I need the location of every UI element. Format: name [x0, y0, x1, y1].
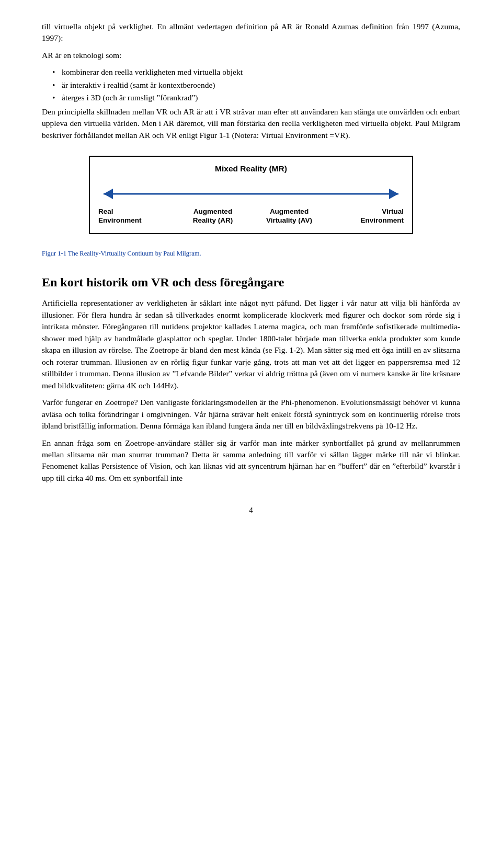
body-paragraph-1: Artificiella representationer av verklig…: [42, 297, 460, 391]
body-text: Artificiella representationer av verklig…: [42, 297, 460, 484]
diagram-label-virtual: VirtualEnvironment: [327, 207, 404, 225]
diagram-title: Mixed Reality (MR): [98, 163, 404, 175]
section-heading: En kort historik om VR och dess föregång…: [42, 273, 460, 292]
opening-paragraph-1: till virtuella objekt på verklighet. En …: [42, 21, 460, 44]
body-paragraph-3: En annan fråga som en Zoetrope-användare…: [42, 437, 460, 484]
bullet-list: kombinerar den reella verkligheten med v…: [52, 66, 460, 103]
diagram-label-av: AugmentedVirtuality (AV): [251, 207, 327, 225]
middle-paragraph-1: Den principiella skillnaden mellan VR oc…: [42, 106, 460, 141]
bullet-item-1: kombinerar den reella verkligheten med v…: [52, 66, 460, 78]
diagram-label-ar: AugmentedReality (AR): [175, 207, 251, 225]
bullet-item-2: är interaktiv i realtid (samt är kontext…: [52, 79, 460, 91]
bullet-item-3: återges i 3D (och är rumsligt ”förankrad…: [52, 92, 460, 103]
arrow-line: [104, 193, 398, 194]
diagram-arrow-row: [104, 184, 398, 203]
arrow-left-icon: [104, 189, 113, 199]
diagram-labels-row: RealEnvironment AugmentedReality (AR) Au…: [98, 207, 404, 225]
opening-paragraph-2: AR är en teknologi som:: [42, 50, 460, 61]
figure-caption: Figur 1-1 The Reality-Virtuality Contiuu…: [42, 249, 460, 258]
body-paragraph-2: Varför fungerar en Zoetrope? Den vanliga…: [42, 397, 460, 432]
diagram-label-real: RealEnvironment: [98, 207, 175, 225]
opening-text: till virtuella objekt på verklighet. En …: [42, 21, 460, 141]
arrow-right-icon: [389, 189, 398, 199]
page-number: 4: [42, 505, 460, 516]
diagram-container: Mixed Reality (MR) RealEnvironment Augme…: [89, 156, 413, 234]
diagram-box: Mixed Reality (MR) RealEnvironment Augme…: [89, 156, 413, 234]
page: till virtuella objekt på verklighet. En …: [0, 0, 502, 868]
